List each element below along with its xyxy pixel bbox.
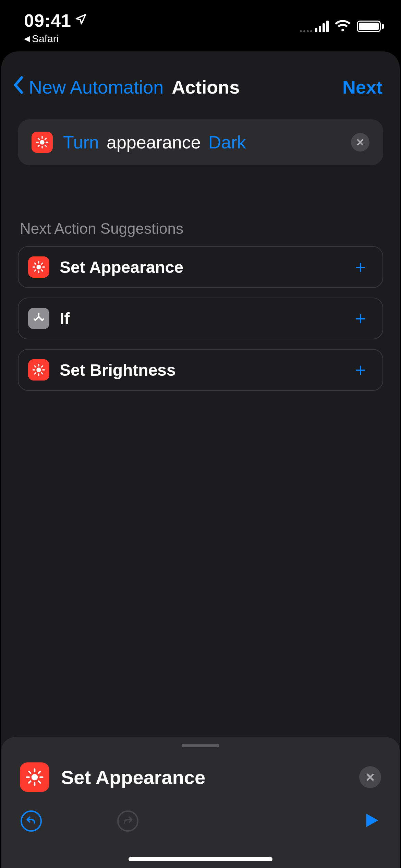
- nav-bar: New Automation Actions Next: [1, 62, 400, 109]
- battery-icon: [357, 21, 384, 32]
- back-button[interactable]: New Automation: [12, 75, 163, 99]
- svg-line-26: [41, 373, 43, 374]
- undo-button[interactable]: [21, 810, 42, 832]
- svg-line-28: [41, 366, 43, 367]
- brightness-icon: [28, 359, 49, 381]
- sheet: New Automation Actions Next Turn appeara…: [1, 51, 400, 868]
- svg-point-11: [36, 265, 41, 269]
- action-word: appearance: [107, 132, 201, 153]
- back-to-app[interactable]: ◀ Safari: [24, 33, 87, 45]
- drag-handle[interactable]: [182, 744, 219, 747]
- status-bar: 09:41 ◀ Safari: [0, 0, 401, 45]
- location-icon: [75, 12, 87, 29]
- redo-button[interactable]: [117, 810, 138, 832]
- svg-point-0: [40, 140, 44, 144]
- svg-point-20: [36, 367, 41, 372]
- svg-line-19: [41, 263, 43, 264]
- svg-line-27: [35, 373, 36, 374]
- back-app-label: Safari: [32, 33, 59, 45]
- svg-line-6: [45, 145, 46, 146]
- svg-line-35: [39, 781, 40, 783]
- svg-line-36: [29, 781, 31, 783]
- suggestion-label: Set Appearance: [60, 258, 342, 277]
- suggestion-if[interactable]: If +: [18, 298, 383, 339]
- suggestions-list: Set Appearance + If + Set Brightness +: [18, 246, 383, 391]
- back-triangle-icon: ◀: [24, 34, 30, 43]
- back-label: New Automation: [29, 76, 163, 98]
- wifi-icon: [335, 18, 351, 35]
- svg-line-16: [35, 263, 36, 264]
- svg-line-37: [39, 771, 40, 773]
- page-title: Actions: [172, 76, 240, 98]
- suggestion-set-appearance[interactable]: Set Appearance +: [18, 246, 383, 288]
- svg-line-17: [41, 270, 43, 271]
- brightness-icon: [20, 762, 49, 792]
- status-time: 09:41: [24, 10, 71, 31]
- suggestion-label: Set Brightness: [60, 361, 342, 379]
- chevron-left-icon: [12, 75, 25, 99]
- panel-title: Set Appearance: [61, 766, 348, 788]
- action-param-mode[interactable]: Dark: [208, 132, 246, 153]
- svg-line-18: [35, 270, 36, 271]
- brightness-icon: [28, 256, 49, 278]
- next-button[interactable]: Next: [342, 76, 382, 98]
- action-text: Turn appearance Dark: [63, 132, 341, 153]
- suggestion-set-brightness[interactable]: Set Brightness +: [18, 349, 383, 391]
- svg-marker-40: [366, 814, 378, 827]
- action-param-turn[interactable]: Turn: [63, 132, 99, 153]
- svg-point-29: [32, 774, 38, 781]
- svg-line-8: [45, 138, 46, 140]
- svg-line-34: [29, 771, 31, 773]
- svg-line-5: [38, 138, 39, 140]
- svg-line-25: [35, 366, 36, 367]
- bottom-panel[interactable]: Set Appearance: [1, 737, 400, 868]
- cellular-icon: [300, 21, 329, 32]
- home-indicator[interactable]: [129, 857, 272, 861]
- suggestions-header: Next Action Suggestions: [20, 220, 381, 237]
- clear-action-button[interactable]: [351, 133, 369, 152]
- suggestion-label: If: [60, 309, 342, 328]
- add-suggestion-button[interactable]: +: [352, 256, 369, 278]
- action-block[interactable]: Turn appearance Dark: [18, 119, 383, 165]
- svg-line-7: [38, 145, 39, 146]
- add-suggestion-button[interactable]: +: [352, 359, 369, 381]
- play-button[interactable]: [363, 811, 380, 831]
- add-suggestion-button[interactable]: +: [352, 308, 369, 329]
- branch-icon: [28, 308, 49, 329]
- brightness-icon: [32, 132, 53, 153]
- close-panel-button[interactable]: [359, 766, 381, 788]
